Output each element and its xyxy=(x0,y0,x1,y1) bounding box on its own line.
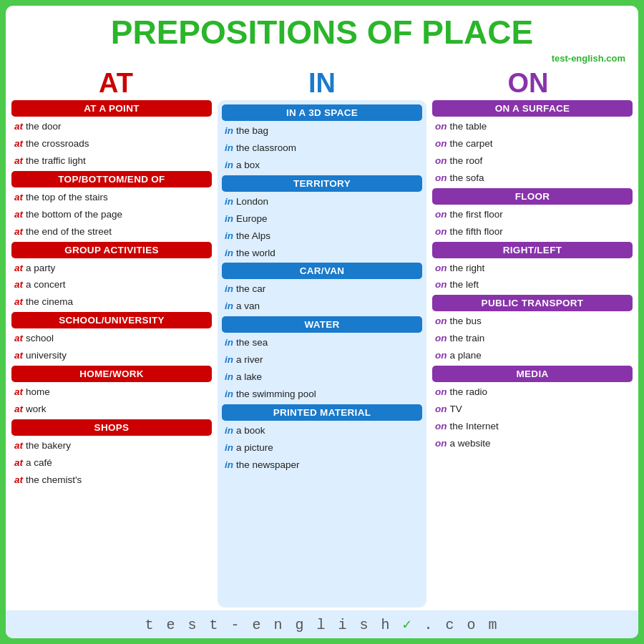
item-row: ina picture xyxy=(222,441,422,456)
preposition-in: in xyxy=(225,246,233,261)
item-row: onthe roof xyxy=(432,154,633,169)
item-text: TV xyxy=(450,402,462,417)
item-row: atthe bakery xyxy=(11,439,212,454)
item-text: the table xyxy=(450,119,487,135)
section-header-on-a-surface: ON A SURFACE xyxy=(432,100,633,117)
on-header: ON xyxy=(425,68,631,99)
preposition-at: at xyxy=(14,261,23,276)
preposition-on: on xyxy=(435,436,447,452)
item-row: inEurope xyxy=(222,212,422,227)
preposition-on: on xyxy=(435,402,447,417)
preposition-on: on xyxy=(435,278,447,293)
preposition-on: on xyxy=(435,154,447,169)
page-title: PREPOSITIONS OF PLACE xyxy=(6,6,638,53)
section-header-at-a-point: AT A POINT xyxy=(11,100,212,117)
preposition-in: in xyxy=(225,212,233,227)
item-row: atthe door xyxy=(11,119,212,135)
item-text: school xyxy=(26,331,54,346)
item-text: the sofa xyxy=(450,171,484,186)
preposition-on: on xyxy=(435,331,447,346)
preposition-on: on xyxy=(435,119,447,135)
preposition-in: in xyxy=(225,353,233,368)
item-row: inthe world xyxy=(222,246,422,261)
item-row: onthe fifth floor xyxy=(432,225,633,240)
item-row: atthe crossroads xyxy=(11,137,212,152)
item-text: the Alps xyxy=(236,229,270,244)
item-text: a website xyxy=(450,436,491,452)
preposition-at: at xyxy=(14,119,23,135)
page-container: PREPOSITIONS OF PLACE test-english.com A… xyxy=(0,0,644,644)
item-row: inLondon xyxy=(222,195,422,210)
item-text: the cinema xyxy=(26,295,73,310)
preposition-on: on xyxy=(435,137,447,152)
item-text: a book xyxy=(236,424,265,439)
item-row: atthe top of the stairs xyxy=(11,190,212,205)
item-row: atthe end of the street xyxy=(11,225,212,240)
item-row: onthe table xyxy=(432,119,633,135)
preposition-in: in xyxy=(225,124,233,139)
item-text: the traffic light xyxy=(26,154,86,169)
preposition-in: in xyxy=(225,424,233,439)
item-row: ina van xyxy=(222,299,422,314)
preposition-in: in xyxy=(225,299,233,314)
item-row: onthe radio xyxy=(432,385,633,400)
item-text: the chemist's xyxy=(26,473,82,488)
section-header-printed-material: PRINTED MATERIAL xyxy=(222,404,422,421)
item-row: atthe cinema xyxy=(11,295,212,310)
item-text: the world xyxy=(236,246,275,261)
item-text: a concert xyxy=(26,278,66,293)
preposition-on: on xyxy=(435,419,447,434)
preposition-on: on xyxy=(435,261,447,276)
item-text: the classroom xyxy=(236,141,296,156)
item-row: atschool xyxy=(11,331,212,346)
at-header: AT xyxy=(13,68,219,99)
item-row: onthe left xyxy=(432,278,633,293)
preposition-on: on xyxy=(435,225,447,240)
preposition-in: in xyxy=(225,158,233,173)
preposition-at: at xyxy=(14,402,23,417)
item-row: ina river xyxy=(222,353,422,368)
item-text: the right xyxy=(450,261,485,276)
preposition-at: at xyxy=(14,225,23,240)
item-text: the carpet xyxy=(450,137,493,152)
preposition-in: in xyxy=(225,141,233,156)
item-row: inthe classroom xyxy=(222,141,422,156)
item-text: a lake xyxy=(236,370,262,385)
item-text: a plane xyxy=(450,348,482,364)
preposition-at: at xyxy=(14,473,23,488)
item-text: university xyxy=(26,348,67,364)
item-text: home xyxy=(26,385,50,400)
item-row: ata concert xyxy=(11,278,212,293)
item-text: the crossroads xyxy=(26,137,89,152)
item-row: onthe Internet xyxy=(432,419,633,434)
section-header-water: WATER xyxy=(222,316,422,333)
preposition-on: on xyxy=(435,314,447,329)
section-header-group-activities: GROUP ACTIVITIES xyxy=(11,242,212,258)
item-text: the car xyxy=(236,282,265,297)
item-row: atthe bottom of the page xyxy=(11,208,212,223)
preposition-at: at xyxy=(14,456,23,471)
section-header-shops: SHOPS xyxy=(11,419,212,436)
item-row: inthe swimming pool xyxy=(222,387,422,402)
section-header-home/work: HOME/WORK xyxy=(11,366,212,382)
item-row: onthe sofa xyxy=(432,171,633,186)
item-text: the bus xyxy=(450,314,482,329)
item-text: a café xyxy=(26,456,52,471)
item-row: atthe traffic light xyxy=(11,154,212,169)
item-text: the fifth floor xyxy=(450,225,503,240)
item-row: ata café xyxy=(11,456,212,471)
item-row: onthe first floor xyxy=(432,208,633,223)
section-header-territory: TERRITORY xyxy=(222,175,422,192)
footer: t e s t - e n g l i s h ✓ . c o m xyxy=(6,610,638,638)
preposition-in: in xyxy=(225,441,233,456)
preposition-at: at xyxy=(14,348,23,364)
item-row: ina box xyxy=(222,158,422,173)
item-row: onthe right xyxy=(432,261,633,276)
item-row: athome xyxy=(11,385,212,400)
item-row: inthe bag xyxy=(222,124,422,139)
preposition-at: at xyxy=(14,278,23,293)
preposition-on: on xyxy=(435,385,447,400)
preposition-at: at xyxy=(14,439,23,454)
item-text: a picture xyxy=(236,441,273,456)
item-row: inthe sea xyxy=(222,336,422,351)
